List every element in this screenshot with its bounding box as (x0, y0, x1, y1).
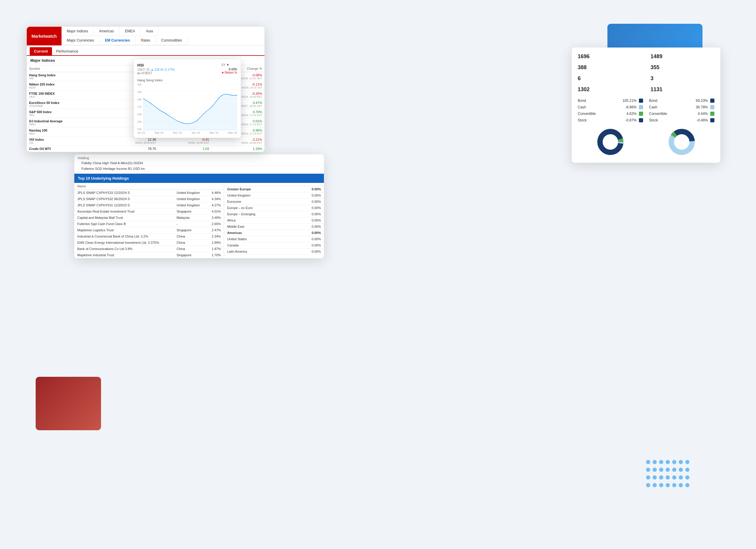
holding-pct: 4.34% (207, 196, 224, 202)
geo-pct: 0.00% (293, 193, 324, 199)
geo-region: Middle East (224, 224, 293, 230)
x-label-nov23: Nov '23 (173, 131, 182, 134)
chart-card: HSI 18827.35 ▲ 218.41 (1.17%) as of 05/2… (134, 59, 241, 138)
index-name: Crude Oil WTI (29, 147, 51, 151)
geo-region: Canada (224, 242, 293, 249)
geo-region: United States (224, 236, 293, 242)
x-label-sep23: Sep '23 (155, 131, 163, 134)
geo-table: Greater Europe 0.00% United Kingdom 0.00… (224, 183, 324, 255)
top-holdings-header: Top 10 Underlying Holdings (74, 174, 324, 183)
list-item: Canada 0.00% (224, 242, 324, 249)
holding-name: Ascendas Real Estate Investment Trust (74, 209, 174, 215)
tab-major-indices[interactable]: Major Indices (62, 27, 94, 36)
geo-pct: 0.00% (293, 236, 324, 242)
list-item: Fullerton Sgd Cash Fund Class B - 2.65% (74, 221, 224, 227)
tab-performance[interactable]: Performance (52, 47, 82, 55)
tab-commodities[interactable]: Commodities (156, 36, 188, 45)
dot-blue-stock-icon (639, 118, 643, 122)
geo-region: Africa (224, 217, 293, 224)
alloc-right: Bond 59.23% Cash 36.78% Convertible 4.44… (649, 97, 714, 157)
index-name: Hang Seng Index (29, 73, 56, 77)
geo-pct: 0.00% (293, 186, 324, 193)
col-name: Name (74, 183, 174, 190)
cell-symbol: DJ Industrial Average INDU (27, 118, 105, 127)
marketwatch-header: Marketwatch Major Indices Americas EMEA … (27, 27, 264, 45)
dot-blue-r-icon (710, 99, 714, 103)
chart-pct-value: 0.43% (229, 68, 237, 71)
chevron-down-icon: ▼ (226, 63, 229, 67)
alloc-left-bond: Bond 105.21% (578, 97, 643, 104)
table-row[interactable]: VIX Index VIX 12.36 05/26, 20:00 EST -0.… (27, 137, 264, 146)
stat-5: 6 (578, 75, 642, 82)
holding-pct: 3.49% (207, 215, 224, 221)
geo-region: Latin America (224, 249, 293, 255)
y-label-17k: 17k (137, 105, 142, 108)
holding-region: Singapore (174, 209, 207, 215)
geo-pct: 0.00% (293, 211, 324, 217)
last-value: 78.75 (108, 147, 156, 151)
holding-pct: 2.34% (207, 234, 224, 240)
svg-point-7 (676, 136, 688, 148)
chart-y-labels: 20k 19k 18k 17k 16k 15k 14k (137, 83, 143, 131)
list-item: Industrial & Commercial Bank of China Lt… (74, 234, 224, 240)
change-time: 05/26, 20:00 EST (161, 141, 209, 144)
cell-symbol: EuroStoxx 50 Index STOXX50E (27, 100, 105, 109)
chart-change-arrow: ▲ (151, 68, 154, 71)
change-pct-value: 1.33% (214, 147, 262, 151)
geo-pct: 0.00% (293, 199, 324, 205)
index-code: N225 (29, 86, 103, 89)
tab-emea[interactable]: EMEA (119, 27, 141, 36)
tab-rates[interactable]: Rates (136, 36, 156, 45)
tab-americas[interactable]: Americas (94, 27, 119, 36)
x-label-mar24: Mar '24 (210, 131, 218, 134)
stats-grid: 1696 1489 388 355 6 3 1302 1131 (578, 53, 714, 93)
chart-change-val: 218.41 (155, 68, 164, 71)
holding-name: Industrial & Commercial Bank of China Lt… (74, 234, 174, 240)
geo-region: Europe – Emerging (224, 211, 293, 217)
nav-tabs-row2: Major Currencies EM Currencies Rates Com… (62, 36, 264, 45)
geo-region: Europe – ex Euro (224, 205, 293, 211)
stat-2-value: 1489 (651, 53, 714, 60)
list-item: Africa 0.00% (224, 217, 324, 224)
table-row[interactable]: Crude Oil WTI 78.75 1.03 1.33% (27, 146, 264, 152)
tab-major-currencies[interactable]: Major Currencies (62, 36, 100, 45)
index-code: UKX (29, 95, 103, 98)
geo-col-pct (293, 183, 324, 186)
x-label-jul23: Jul '23 (137, 131, 145, 134)
tab-current[interactable]: Current (30, 47, 52, 55)
list-item: Latin America 0.00% (224, 249, 324, 255)
chart-header: HSI 18827.35 ▲ 218.41 (1.17%) as of 05/2… (137, 63, 237, 77)
cell-symbol: Nikkei 225 Index N225 (27, 81, 105, 91)
cell-change: 1.03 (158, 146, 211, 152)
holding-pct: 4.46% (207, 190, 224, 196)
chart-price: 18827.35 ▲ 218.41 (1.17%) (137, 67, 175, 72)
index-name: VIX Index (29, 138, 44, 141)
stat-1: 1696 (578, 53, 642, 60)
change-value: -0.41 (161, 138, 209, 141)
th-symbol: Symbol (27, 65, 105, 72)
stat-5-value: 6 (578, 75, 642, 82)
index-name: DJ Industrial Average (29, 119, 62, 123)
index-code: HSI (29, 77, 103, 80)
change-pct-time: 05/26, 20:00 EST (214, 141, 262, 144)
stat-4-value: 355 (651, 64, 714, 71)
holding-name: JPLS SWAP CXPHY533 12/20/24 S (74, 190, 174, 196)
dot-lightblue-r-icon (710, 105, 714, 109)
y-label-19k: 19k (137, 91, 142, 94)
chart-period-label: 1Y (221, 63, 225, 67)
holding-pct: 1.70% (207, 252, 224, 258)
chart-area-wrap: 20k 19k 18k 17k 16k 15k 14k (137, 83, 237, 131)
stat-4: 355 (651, 64, 714, 71)
tab-em-currencies[interactable]: EM Currencies (100, 36, 136, 45)
stat-8-value: 1131 (651, 86, 714, 93)
holding-pct: 1.87% (207, 246, 224, 252)
list-item: Mapletree Logistics Trust Singapore 2.47… (74, 227, 224, 234)
chart-period-button[interactable]: 1Y ▼ (221, 63, 237, 67)
alloc-left-stock: Stock -0.87% (578, 117, 643, 124)
col-region (174, 183, 207, 190)
tab-asia[interactable]: Asia (141, 27, 158, 36)
cell-last: 78.75 (105, 146, 158, 152)
holding-region: China (174, 234, 207, 240)
geo-pct: 0.00% (293, 224, 324, 230)
x-label-jan24: Jan '24 (191, 131, 200, 134)
